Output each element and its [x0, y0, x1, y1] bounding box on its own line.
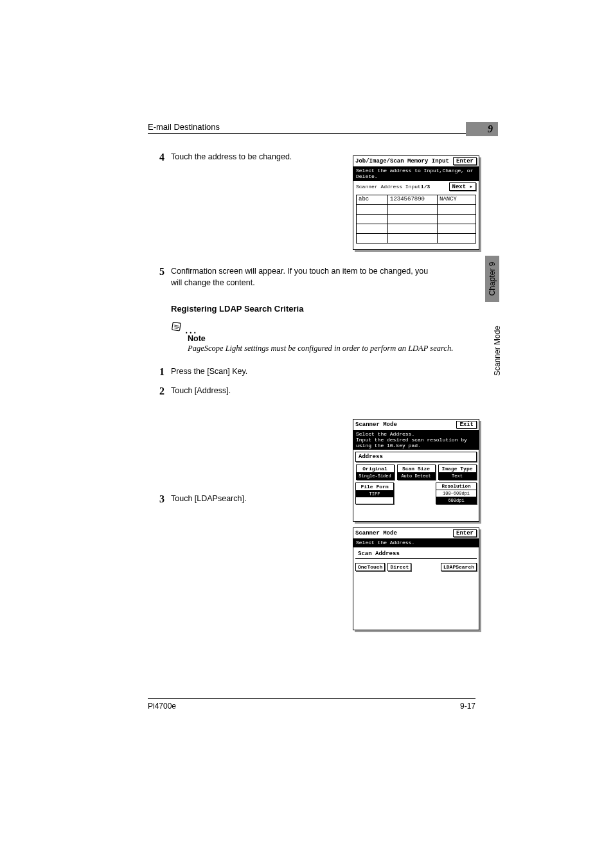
- file-form-tile[interactable]: File Form TIFF: [355, 483, 394, 504]
- panel3-msg: Select the Address.: [353, 539, 479, 547]
- step-number: 5: [148, 266, 171, 288]
- image-type-tile[interactable]: Image Type Text: [438, 465, 477, 480]
- scanner-mode-address-panel: Scanner Mode Enter Select the Address. S…: [353, 527, 479, 630]
- step-text: Touch the address to be changed.: [171, 152, 319, 163]
- tile-value: Single-Sided: [357, 473, 394, 479]
- page-footer: Pi4700e 9-17: [148, 698, 475, 711]
- panel1-subleft: Scanner Address Input: [356, 184, 421, 190]
- step-text: Touch [Address].: [171, 385, 319, 397]
- note-dots: ...: [185, 326, 198, 333]
- note-block: ... Note PageScope Light settings must b…: [171, 321, 475, 355]
- scan-memory-input-panel: Job/Image/Scan Memory Input Enter Select…: [353, 155, 479, 250]
- svg-line-2: [174, 326, 179, 328]
- side-chapter-label: Chapter 9: [488, 262, 497, 296]
- panel3-title: Scanner Mode: [355, 530, 397, 536]
- tile-label: Resolution: [436, 483, 476, 490]
- step-number: 1: [148, 366, 171, 378]
- page-header: E-mail Destinations: [148, 122, 475, 134]
- panel1-title: Job/Image/Scan Memory Input: [355, 158, 449, 164]
- tile-value: Text: [439, 473, 476, 479]
- tile-label: Scan Size: [398, 465, 435, 473]
- footer-left: Pi4700e: [148, 702, 176, 711]
- exit-button[interactable]: Exit: [456, 421, 477, 429]
- step-number: 2: [148, 385, 171, 397]
- svg-line-1: [174, 325, 179, 326]
- svg-line-3: [174, 328, 177, 329]
- step-number: 4: [148, 152, 171, 163]
- direct-button[interactable]: Direct: [387, 563, 411, 571]
- cell-name: abc: [357, 195, 388, 204]
- header-title: E-mail Destinations: [148, 122, 220, 132]
- scan-size-tile[interactable]: Scan Size Auto Detect: [397, 465, 436, 480]
- step-text: Confirmation screen will appear. If you …: [171, 266, 441, 288]
- step-text: Touch [LDAPsearch].: [171, 493, 319, 505]
- note-text: PageScope Light settings must be configu…: [188, 343, 475, 355]
- note-label: Note: [188, 334, 475, 343]
- enter-button[interactable]: Enter: [453, 529, 477, 537]
- side-tab-mode: Scanner Mode: [493, 326, 502, 376]
- side-tab-chapter: Chapter 9: [485, 256, 499, 302]
- tile-label: Original: [357, 465, 394, 473]
- tile-value: TIFF: [356, 491, 393, 497]
- chapter-number: 9: [488, 123, 493, 135]
- step-number: 3: [148, 493, 171, 505]
- cell-number: 1234567890: [388, 195, 438, 204]
- panel2-msg2: Input the desired scan resolution by usi…: [356, 438, 476, 449]
- original-tile[interactable]: Original Single-Sided: [356, 465, 395, 480]
- panel1-page: 1/3: [421, 184, 430, 190]
- resolution-tile[interactable]: Resolution 100~600dpi 600dpi: [436, 483, 477, 504]
- panel1-message: Select the address to Input,Change, or D…: [353, 167, 479, 181]
- next-button[interactable]: Next ▸: [449, 182, 476, 191]
- address-table: abc 1234567890 NANCY: [356, 195, 476, 244]
- scan-address-label: Scan Address: [355, 549, 477, 559]
- footer-right: 9-17: [460, 702, 475, 711]
- scanner-mode-panel: Scanner Mode Exit Select the Address. In…: [353, 419, 479, 522]
- note-icon: [171, 321, 182, 333]
- ldapsearch-button[interactable]: LDAPSearch: [441, 563, 477, 571]
- svg-rect-0: [172, 322, 181, 331]
- address-button[interactable]: Address: [355, 452, 477, 462]
- step-text: Press the [Scan] Key.: [171, 366, 441, 378]
- enter-button[interactable]: Enter: [453, 157, 477, 165]
- tile-sublabel: 100~600dpi: [436, 490, 476, 497]
- onetouch-button[interactable]: OneTouch: [355, 563, 385, 571]
- chapter-badge: 9: [466, 122, 498, 136]
- panel2-title: Scanner Mode: [355, 421, 397, 428]
- table-row[interactable]: abc 1234567890 NANCY: [357, 195, 475, 205]
- subheading-ldap: Registering LDAP Search Criteria: [171, 304, 475, 314]
- tile-value: Auto Detect: [398, 473, 435, 479]
- tile-label: Image Type: [439, 465, 476, 473]
- tile-label: File Form: [356, 483, 393, 491]
- tile-value: 600dpi: [436, 497, 476, 504]
- cell-label: NANCY: [438, 195, 475, 204]
